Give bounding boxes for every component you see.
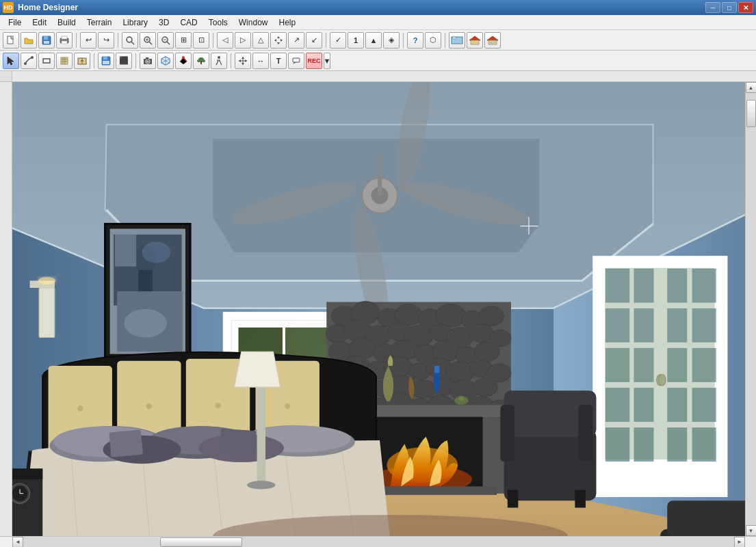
menu-tools[interactable]: Tools [203,16,233,29]
toolbar2-separator [135,53,136,68]
undo-button[interactable]: ↩ [80,32,96,49]
record-button[interactable]: REC [306,53,322,69]
number-button[interactable]: 1 [348,32,364,49]
left-ruler [0,82,12,536]
scroll-left-button[interactable]: ◄ [12,537,23,548]
fill-window-button[interactable]: ⊞ [175,32,192,49]
toolbar-separator [118,33,118,48]
right-scrollbar[interactable]: ▲ ▼ [745,82,756,536]
svg-marker-28 [8,57,14,65]
toolbar-separator [76,33,77,48]
scroll-down-button[interactable]: ▼ [746,525,757,536]
save-view-button[interactable] [98,53,114,69]
svg-point-198 [285,403,290,409]
callout-tool[interactable] [288,53,304,69]
material-tool[interactable] [175,53,192,69]
save-button[interactable] [38,32,55,49]
toolbar-separator [326,33,326,48]
house-full-button[interactable] [484,32,501,49]
svg-rect-161 [115,235,136,267]
menu-cad[interactable]: CAD [174,16,203,29]
dimension-tool[interactable]: ↔ [252,53,269,69]
svg-point-100 [436,304,466,327]
svg-point-164 [125,309,167,338]
menu-build[interactable]: Build [52,16,81,29]
menu-window[interactable]: Window [233,16,274,29]
svg-rect-213 [219,429,256,456]
record-arrow-button[interactable]: ▼ [324,53,330,69]
open-button[interactable] [21,32,37,49]
3d-tool[interactable] [157,53,174,69]
scroll-thumb[interactable] [746,100,756,127]
svg-rect-47 [146,57,148,59]
walk-tool[interactable] [211,53,227,69]
svg-line-14 [167,42,170,44]
move-tool[interactable] [235,53,251,69]
svg-marker-16 [277,36,280,38]
zoom-in-button[interactable] [140,32,156,49]
house-exterior-button[interactable] [467,32,483,49]
viewport[interactable] [12,82,745,536]
back-arrow-button[interactable]: ◁ [217,32,233,49]
menu-library[interactable]: Library [117,16,153,29]
camera-tool[interactable] [140,53,156,69]
menu-3d[interactable]: 3D [153,16,174,29]
app-title: Home Designer [18,3,705,12]
svg-rect-190 [605,268,715,459]
toolbar2-separator [94,53,94,68]
forward-arrow-button[interactable]: ▷ [235,32,251,49]
svg-rect-215 [12,468,42,479]
print-button[interactable] [56,32,73,49]
cabinet-tool[interactable] [74,53,90,69]
menu-file[interactable]: File [3,16,27,29]
info-button[interactable]: ⬡ [425,32,441,49]
up-triangle-button[interactable]: ▲ [365,32,382,49]
scroll-track[interactable] [746,93,757,525]
pan-button[interactable] [270,32,287,49]
select-tool[interactable] [3,53,19,69]
text-tool[interactable]: T [270,53,287,69]
svg-point-57 [218,56,220,59]
hscroll-thumb[interactable] [160,537,242,547]
menu-help[interactable]: Help [273,16,301,29]
scroll-right-button[interactable]: ► [734,537,745,548]
redo-button[interactable]: ↪ [98,32,114,49]
svg-rect-31 [43,59,50,63]
svg-point-195 [77,405,83,411]
object-button[interactable]: ◈ [383,32,400,49]
zoom-magnify-button[interactable] [122,32,138,49]
scroll-up-button[interactable]: ▲ [746,82,757,93]
zoom-fit-button[interactable]: ⊡ [193,32,209,49]
close-button[interactable]: ✕ [738,2,753,13]
flip-button[interactable]: ↙ [306,32,322,49]
up-arrow-button[interactable]: △ [252,32,269,49]
menu-terrain[interactable]: Terrain [81,16,118,29]
plant-tool[interactable] [193,53,209,69]
svg-point-102 [478,306,504,326]
menu-edit[interactable]: Edit [27,16,52,29]
toolbar-1: ↩ ↪ ⊞ ⊡ ◁ ▷ △ ↗ ↙ ✓ 1 ▲ ◈ ? ⬡ [0,30,756,51]
bottom-scrollbar[interactable]: ◄ ► [0,536,756,547]
toolbar-2: ⬛ ↔ T REC ▼ [0,51,756,71]
wall-tool[interactable] [38,53,55,69]
svg-point-39 [81,60,82,62]
hscroll-track[interactable] [23,537,734,548]
dimension-tool-2[interactable] [56,53,73,69]
app-icon: HD [3,2,14,13]
svg-rect-148 [434,366,439,373]
svg-marker-18 [274,39,276,42]
new-button[interactable] [3,32,19,49]
zoom-out-button[interactable] [157,32,174,49]
edit-tool[interactable] [21,53,37,69]
help-button[interactable]: ? [407,32,423,49]
rotate-button[interactable]: ↗ [288,32,304,49]
minimize-button[interactable]: ─ [705,2,720,13]
room-tool[interactable]: ⬛ [116,53,132,69]
checkmark-button[interactable]: ✓ [330,32,346,49]
svg-point-119 [474,342,499,362]
svg-rect-32 [61,57,68,64]
svg-marker-62 [239,59,241,62]
svg-point-110 [469,324,493,343]
maximize-button[interactable]: □ [722,2,737,13]
floor-plan-button[interactable] [449,32,465,49]
